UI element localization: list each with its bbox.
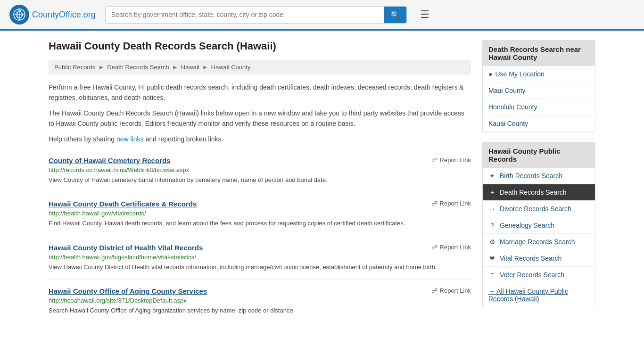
vital-icon: ❤ <box>488 255 496 262</box>
record-item: Hawaii County Office of Aging County Ser… <box>49 280 471 323</box>
record-item: Hawaii County Death Certificates & Recor… <box>49 192 471 236</box>
public-records-items: ✦ Birth Records Search + Death Records S… <box>483 168 595 307</box>
marriage-icon: ⚙ <box>488 238 496 246</box>
logo-link[interactable]: CountyOffice.org <box>9 5 96 25</box>
record-url-0: http://records.co.hawaii.hi.us/Weblink8/… <box>49 166 471 173</box>
sidebar-item-label: Vital Records Search <box>500 255 561 262</box>
page-title: Hawaii County Death Records Search (Hawa… <box>49 40 471 52</box>
search-bar: 🔍 <box>105 6 407 24</box>
nearby-section-title: Death Records Search near Hawaii County <box>483 41 595 66</box>
record-desc-3: Search Hawaii County Office of Aging org… <box>49 306 471 315</box>
record-item: Hawaii County District of Health Vital R… <box>49 236 471 280</box>
divorce-icon: ↔ <box>488 205 496 213</box>
logo-icon <box>9 5 29 25</box>
sidebar-item-death[interactable]: + Death Records Search <box>483 184 595 201</box>
logo-text: CountyOffice.org <box>32 10 96 20</box>
breadcrumb-link-hawaii[interactable]: Hawaii <box>181 64 199 71</box>
content-wrapper: Hawaii County Death Records Search (Hawa… <box>39 31 605 333</box>
nearby-section: Death Records Search near Hawaii County … <box>482 40 595 132</box>
sidebar-item-label: Genealogy Search <box>500 222 554 229</box>
birth-icon: ✦ <box>488 172 496 180</box>
breadcrumb-link-hawaii-county[interactable]: Hawaii County <box>211 64 251 71</box>
nearby-honolulu[interactable]: Honolulu County <box>483 99 595 115</box>
new-links-link[interactable]: new links <box>116 135 144 143</box>
sidebar-item-genealogy[interactable]: ? Genealogy Search <box>483 217 595 234</box>
record-header: County of Hawaii Cemetery Records ☍ Repo… <box>49 156 471 165</box>
breadcrumb: Public Records ► Death Records Search ► … <box>49 60 471 74</box>
sidebar-item-marriage[interactable]: ⚙ Marriage Records Search <box>483 234 595 250</box>
sidebar-item-birth[interactable]: ✦ Birth Records Search <box>483 168 595 184</box>
use-my-location[interactable]: ● Use My Location <box>483 66 595 82</box>
sidebar-item-label: Voter Records Search <box>500 271 564 279</box>
menu-button[interactable]: ☰ <box>416 7 433 23</box>
report-link-3[interactable]: ☍ Report Link <box>431 287 471 294</box>
genealogy-icon: ? <box>488 222 496 229</box>
pin-icon: ● <box>488 70 492 78</box>
description-1: Perform a free Hawaii County, HI public … <box>49 82 471 103</box>
record-header: Hawaii County District of Health Vital R… <box>49 244 471 252</box>
nearby-maui[interactable]: Maui County <box>483 82 595 99</box>
sidebar-item-voter[interactable]: ≡ Voter Records Search <box>483 267 595 283</box>
sidebar-item-label: Divorce Records Search <box>500 205 571 213</box>
record-item: County of Hawaii Cemetery Records ☍ Repo… <box>49 149 471 193</box>
record-title-3[interactable]: Hawaii County Office of Aging County Ser… <box>49 287 207 295</box>
public-records-section: Hawaii County Public Records ✦ Birth Rec… <box>482 142 595 307</box>
all-records-link[interactable]: → All Hawaii County Public Records (Hawa… <box>483 283 595 307</box>
report-link-0[interactable]: ☍ Report Link <box>431 156 471 164</box>
sidebar-item-vital[interactable]: ❤ Vital Records Search <box>483 250 595 267</box>
description-3: Help others by sharing new links and rep… <box>49 134 471 144</box>
sidebar-item-label: Birth Records Search <box>500 172 562 180</box>
search-input[interactable] <box>106 7 384 23</box>
record-desc-0: View County of Hawaii cemetery burial in… <box>49 175 471 185</box>
record-title-0[interactable]: County of Hawaii Cemetery Records <box>49 156 170 165</box>
breadcrumb-link-public-records[interactable]: Public Records <box>54 64 95 71</box>
record-url-1: http://health.hawaii.gov/vitalrecords/ <box>49 210 471 217</box>
record-url-3: http://hcoahawaii.org/site/371/DesktopDe… <box>49 297 471 304</box>
record-header: Hawaii County Office of Aging County Ser… <box>49 287 471 295</box>
public-records-title: Hawaii County Public Records <box>483 142 595 168</box>
site-header: CountyOffice.org 🔍 ☰ <box>0 0 644 31</box>
report-link-1[interactable]: ☍ Report Link <box>431 200 471 207</box>
record-title-2[interactable]: Hawaii County District of Health Vital R… <box>49 244 203 252</box>
record-url-2: http://health.hawaii.gov/big-island/home… <box>49 254 471 261</box>
voter-icon: ≡ <box>488 271 496 279</box>
record-desc-2: View Hawaii County District of Health vi… <box>49 263 471 272</box>
main-content: Hawaii County Death Records Search (Hawa… <box>49 40 471 323</box>
nearby-kauai[interactable]: Kauai County <box>483 115 595 132</box>
record-header: Hawaii County Death Certificates & Recor… <box>49 200 471 208</box>
report-link-2[interactable]: ☍ Report Link <box>431 244 471 251</box>
record-title-1[interactable]: Hawaii County Death Certificates & Recor… <box>49 200 197 208</box>
sidebar: Death Records Search near Hawaii County … <box>482 40 595 323</box>
sidebar-item-divorce[interactable]: ↔ Divorce Records Search <box>483 201 595 217</box>
description-2: The Hawaii County Death Records Search (… <box>49 108 471 129</box>
breadcrumb-link-death-records[interactable]: Death Records Search <box>107 64 169 71</box>
sidebar-item-label: Death Records Search <box>500 189 567 196</box>
death-icon: + <box>488 189 496 196</box>
sidebar-item-label: Marriage Records Search <box>500 238 575 246</box>
search-button[interactable]: 🔍 <box>384 7 406 23</box>
record-desc-1: Find Hawaii County, Hawaii death records… <box>49 219 471 228</box>
nearby-items-container: ● Use My Location Maui County Honolulu C… <box>483 66 595 132</box>
